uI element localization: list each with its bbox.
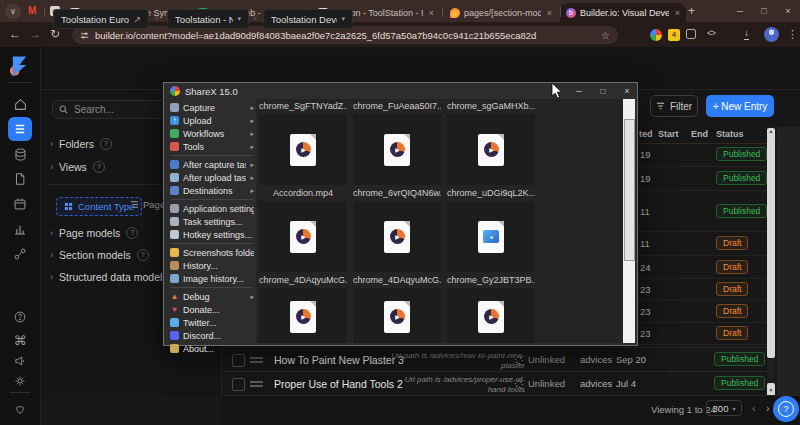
scroll-up-icon[interactable]: ▲ [769,128,774,134]
page-models-section[interactable]: › Page models ? [50,226,138,240]
sharex-menu-item[interactable]: ♥Donate... [167,303,257,316]
scroll-down-icon[interactable]: ▼ [769,387,774,393]
table-row-partial[interactable]: 23Draft [638,301,767,323]
sidebar-item-schedule[interactable] [8,192,32,216]
table-row-partial[interactable]: 23Draft [638,279,767,301]
sharex-close-button[interactable]: × [618,83,636,99]
table-row-partial[interactable]: 11Draft [638,232,767,256]
window-close-button[interactable]: × [778,0,798,22]
sharex-menu-item[interactable]: Twitter... [167,316,257,329]
favorites-heart-icon[interactable] [8,397,32,421]
sharex-menu-item[interactable]: Workflows▸ [167,127,257,140]
sidebar-item-home[interactable] [8,92,32,116]
file-thumbnail[interactable]: ◂ [447,201,535,272]
drag-handle[interactable] [250,357,263,365]
file-thumbnail[interactable]: ▶ [447,114,535,185]
file-thumbnail[interactable]: ▶ [259,201,347,272]
column-header-start[interactable]: Start [658,129,679,139]
browser-tab[interactable]: bBuilder.io: Visual Development× [560,3,686,22]
prev-page-button[interactable]: ‹ [752,402,756,414]
settings-gear-icon[interactable] [8,369,32,393]
breadcrumb-env[interactable]: Toolstation Develop ▾ [263,9,353,29]
sharex-menu-item[interactable]: Task settings... [167,215,257,228]
page-size-select[interactable]: 300 ▾ [706,400,742,416]
sharex-scrollbar[interactable] [623,99,635,343]
table-row-partial[interactable]: 23Draft [638,323,767,345]
table-row-partial[interactable]: 19Published [638,143,767,167]
next-page-button[interactable]: › [766,402,770,414]
download-icon[interactable]: ↓ [744,28,749,40]
code-extension-icon[interactable]: <> [707,28,715,38]
builder-logo[interactable] [8,54,31,82]
table-row-partial[interactable]: 11Published [638,191,767,232]
browser-menu-icon[interactable]: ⋮ [787,28,798,41]
column-header-updated[interactable]: ted [639,129,654,139]
help-bubble-button[interactable]: ? [773,396,799,422]
back-button[interactable]: ← [6,25,24,43]
sharex-maximize-button[interactable]: □ [594,83,612,99]
file-thumbnail[interactable]: ▶ [353,201,441,272]
sidebar-item-data[interactable] [8,142,32,166]
extension-badge-icon[interactable]: 4 [668,29,680,41]
table-scrollbar[interactable]: ▲ ▼ [767,127,775,398]
bookmark-star-icon[interactable]: ☆ [601,30,610,41]
sharex-menu-item[interactable]: After capture tasks▸ [167,158,257,171]
pinned-tab-gmail[interactable]: M [28,5,36,16]
window-maximize-button[interactable]: □ [754,0,774,22]
sharex-menu-item[interactable]: ↑Upload▸ [167,114,257,127]
sharex-file-item[interactable]: chrome_sgGaMHXb...▶ [447,101,535,185]
browser-tab[interactable]: pages/[section-models]/ribbon× [444,3,558,22]
tab-close-icon[interactable]: × [427,8,434,18]
file-thumbnail[interactable]: ▶ [353,114,441,185]
sharex-menu-item[interactable]: Image history... [167,272,257,285]
row-checkbox[interactable] [232,354,245,367]
sidebar-item-content[interactable] [8,117,32,141]
views-section[interactable]: › Views ? [50,160,105,174]
file-thumbnail[interactable]: ▶ [447,288,535,343]
sidebar-item-insights[interactable] [8,217,32,241]
sharex-minimize-button[interactable]: ─ [570,83,588,99]
sharex-title-bar[interactable]: ShareX 15.0 [164,83,637,99]
sharex-scrollbar-thumb[interactable] [624,119,635,261]
sharex-menu-item[interactable]: History... [167,259,257,272]
breadcrumb-org[interactable]: Toolstation Europe BV ↗ [53,9,149,29]
sharex-file-item[interactable]: Accordion.mp4▶ [259,188,347,272]
column-header-status[interactable]: Status [716,129,744,139]
site-settings-icon[interactable] [80,31,89,40]
table-row[interactable]: How To Paint New Plaster 3Url path is /a… [222,347,767,371]
window-minimize-button[interactable]: ─ [730,0,750,22]
table-row-partial[interactable]: 19Published [638,167,767,191]
sharex-menu-item[interactable]: Application settings... [167,202,257,215]
row-checkbox[interactable] [232,378,245,391]
sharex-file-item[interactable]: chrome_Gy2JBT3PB...▶ [447,275,535,343]
sharex-menu-item[interactable]: Screenshots folder... [167,246,257,259]
tab-close-icon[interactable]: × [545,8,552,18]
forward-button[interactable]: → [26,25,44,43]
sharex-menu-item[interactable]: Tools▸ [167,140,257,153]
breadcrumb-space[interactable]: Toolstation - NL ▾ [167,9,249,29]
new-entry-button[interactable]: + New Entry [706,95,774,117]
sharex-file-item[interactable]: chrome_uDGi9qL2K...◂ [447,188,535,272]
extension-square-icon[interactable] [686,29,696,39]
file-thumbnail[interactable]: ▶ [353,288,441,343]
profile-avatar[interactable] [764,27,779,42]
sharex-menu-item[interactable]: About... [167,342,257,355]
filter-button[interactable]: Filter [650,95,698,117]
table-scrollbar-thumb[interactable]: ▲ [767,128,775,358]
folders-section[interactable]: › Folders ? [50,137,112,151]
help-icon[interactable] [8,305,32,329]
sidebar-item-pages[interactable] [8,167,32,191]
sharex-file-item[interactable]: chrome_4DAqyuMcG...▶ [259,275,347,343]
sharex-menu-item[interactable]: Capture▸ [167,101,257,114]
sharex-menu-item[interactable]: Destinations▸ [167,184,257,197]
sharex-menu-item[interactable]: Hotkey settings... [167,228,257,241]
new-tab-button[interactable]: + [688,4,695,18]
column-header-end[interactable]: End [691,129,708,139]
tab-close-icon[interactable]: × [673,8,680,18]
sharex-menu-item[interactable]: After upload tasks▸ [167,171,257,184]
extension-colorwheel-icon[interactable] [650,29,662,41]
table-row[interactable]: Proper Use of Hand Tools 2Url path is /a… [222,371,767,395]
sharex-file-item[interactable]: chrome_SgFTNYadZ...▶ [259,101,347,185]
sharex-menu-item[interactable]: Discord... [167,329,257,342]
sharex-file-item[interactable]: chrome_FuAeaa50I7...▶ [353,101,441,185]
